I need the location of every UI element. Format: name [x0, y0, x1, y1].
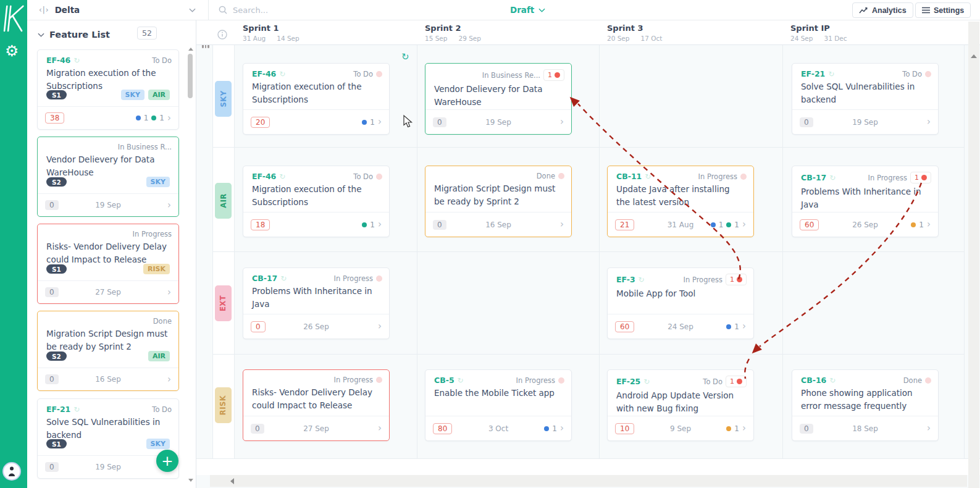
board-card[interactable]: In Progress Risks- Vendor Delivery Delay… — [243, 369, 390, 441]
chevron-right-icon[interactable]: › — [167, 288, 171, 297]
sprint-start-date: 31 Aug — [243, 35, 266, 42]
panel-scrollbar[interactable] — [187, 46, 194, 485]
scroll-up-arrow[interactable] — [971, 54, 977, 58]
search-input[interactable] — [233, 6, 344, 15]
card-title: Migration Script Design must be ready by… — [425, 180, 571, 208]
panel-title: Feature List — [49, 30, 110, 40]
vertical-scrollbar[interactable] — [968, 22, 979, 488]
gear-icon[interactable]: ⚙ — [5, 43, 19, 59]
info-icon[interactable] — [217, 30, 227, 40]
notification-dot — [558, 173, 564, 179]
card-title: Mobile App for Tool — [608, 285, 753, 300]
user-avatar[interactable] — [2, 462, 21, 481]
board-card[interactable]: CB-16 ↻ Done Phone showing application e… — [792, 369, 939, 441]
chevron-right-icon[interactable]: › — [742, 322, 746, 331]
refresh-cell-icon[interactable]: ↻ — [401, 51, 409, 62]
card-status: Done — [537, 172, 555, 180]
chevron-right-icon[interactable]: › — [927, 424, 931, 433]
k-logo-icon — [1, 4, 27, 33]
card-status: In Business R... — [118, 143, 172, 151]
card-title: Enable the Mobile Ticket app — [425, 385, 571, 400]
scroll-up-arrow[interactable] — [188, 48, 193, 51]
status-dot-blue — [711, 222, 716, 227]
board-card[interactable]: EF-46 ↻ To Do Migration execution of the… — [243, 63, 390, 135]
scroll-left-arrow[interactable] — [230, 478, 234, 484]
collapse-chevron-icon[interactable] — [38, 33, 44, 37]
board-card[interactable]: In Business Re... 1 Vendor Delievery for… — [425, 63, 572, 135]
board-card[interactable]: EF-21 ↻ To Do Solve SQL Vulnerabilities … — [792, 63, 939, 135]
scrollbar-thumb[interactable] — [188, 54, 193, 98]
project-dropdown-chevron[interactable] — [189, 0, 196, 20]
board-card[interactable]: EF-25 ↻ To Do 1 Android App Update Versi… — [607, 369, 754, 441]
chevron-right-icon[interactable]: › — [560, 117, 564, 127]
brand-logo[interactable] — [0, 4, 27, 36]
add-feature-button[interactable]: + — [156, 450, 178, 472]
board-card[interactable]: CB-11 ↻ In Progress Update Java after in… — [607, 166, 754, 237]
settings-button[interactable]: Settings — [915, 2, 971, 18]
status-dot-count: 1 — [719, 221, 724, 229]
alert-count: 1 — [915, 174, 919, 182]
chevron-right-icon[interactable]: › — [167, 114, 171, 123]
chevron-right-icon[interactable]: › — [560, 220, 564, 229]
feature-card[interactable]: Done Migration Script Design must be rea… — [37, 311, 179, 391]
board-card[interactable]: CB-17 ↻ In Progress Problems With Inheri… — [243, 267, 390, 339]
project-selector[interactable]: ‹|› Delta — [39, 0, 80, 20]
notification-dot — [376, 174, 382, 180]
chevron-right-icon[interactable]: › — [167, 375, 171, 384]
card-points-badge: 0 — [45, 287, 59, 297]
board-card[interactable]: Done Migration Script Design must be rea… — [425, 166, 572, 237]
tag-air: AIR — [148, 351, 170, 361]
row-label-risk: RISK — [215, 387, 232, 423]
chevron-right-icon[interactable]: › — [378, 117, 382, 127]
feature-card[interactable]: EF-46 ↻ To Do Migration execution of the… — [37, 49, 179, 130]
card-date: 27 Sep — [243, 424, 389, 433]
alert-count-badge[interactable]: 1 — [910, 172, 931, 183]
board-bottom-band — [196, 458, 980, 475]
board-card[interactable]: CB-5 ↻ In Progress Enable the Mobile Tic… — [425, 369, 572, 441]
sprint-pill: S1 — [46, 264, 67, 274]
feature-card[interactable]: In Progress Risks- Vendor Delivery Delay… — [37, 224, 179, 304]
status-dot-blue — [544, 426, 549, 431]
chevron-right-icon[interactable]: › — [167, 201, 171, 210]
sprint-column-header: Sprint IP 24 Sep31 Dec — [790, 23, 847, 42]
analytics-chart-icon — [859, 7, 868, 14]
chevron-right-icon[interactable]: › — [378, 220, 382, 229]
mode-selector[interactable]: Draft — [510, 0, 545, 20]
analytics-button[interactable]: Analytics — [852, 2, 913, 18]
card-date: 19 Sep — [38, 201, 178, 209]
card-points-badge: 0 — [433, 117, 446, 127]
chevron-right-icon[interactable]: › — [378, 322, 382, 331]
chevron-right-icon[interactable]: › — [378, 424, 382, 433]
chevron-right-icon[interactable]: › — [560, 424, 564, 433]
alert-dot-icon — [555, 72, 560, 78]
chevron-right-icon[interactable]: › — [742, 424, 746, 433]
card-points-badge: 38 — [45, 112, 64, 124]
chevron-right-icon[interactable]: › — [927, 220, 931, 229]
status-dot-blue — [362, 120, 367, 125]
alert-count-badge[interactable]: 1 — [543, 69, 564, 81]
card-points-badge: 21 — [615, 219, 634, 230]
mode-label: Draft — [510, 5, 534, 15]
card-points-badge: 0 — [45, 374, 59, 384]
row-label-ext: EXT — [215, 285, 232, 321]
horizontal-scrollbar[interactable] — [210, 475, 967, 487]
alert-count-badge[interactable]: 1 — [726, 376, 747, 387]
card-title: Migration execution of the Subscriptions — [38, 65, 178, 93]
analytics-label: Analytics — [872, 6, 907, 15]
card-id: CB-5 — [434, 376, 454, 385]
status-dot-count: 1 — [734, 221, 739, 229]
sprint-column-header: Sprint 1 31 Aug14 Sep — [243, 23, 299, 42]
board-card[interactable]: EF-46 ↻ To Do Migration execution of the… — [243, 166, 390, 237]
board-card[interactable]: CB-17 ↻ In Progress 1 Problems With Inhe… — [792, 166, 939, 237]
hamburger-menu-icon — [922, 7, 930, 14]
row-divider — [212, 354, 964, 355]
alert-count: 1 — [548, 71, 552, 79]
status-dot-blue — [136, 116, 141, 120]
status-dot-orange — [726, 426, 731, 431]
scroll-down-arrow[interactable] — [188, 479, 193, 482]
chevron-right-icon[interactable]: › — [742, 220, 746, 229]
alert-count-badge[interactable]: 1 — [726, 274, 747, 285]
feature-card[interactable]: In Business R... Vendor Delievery for Da… — [37, 137, 179, 217]
board-card[interactable]: EF-3 ↻ In Progress 1 Mobile App for Tool… — [607, 267, 754, 339]
chevron-right-icon[interactable]: › — [927, 117, 931, 127]
